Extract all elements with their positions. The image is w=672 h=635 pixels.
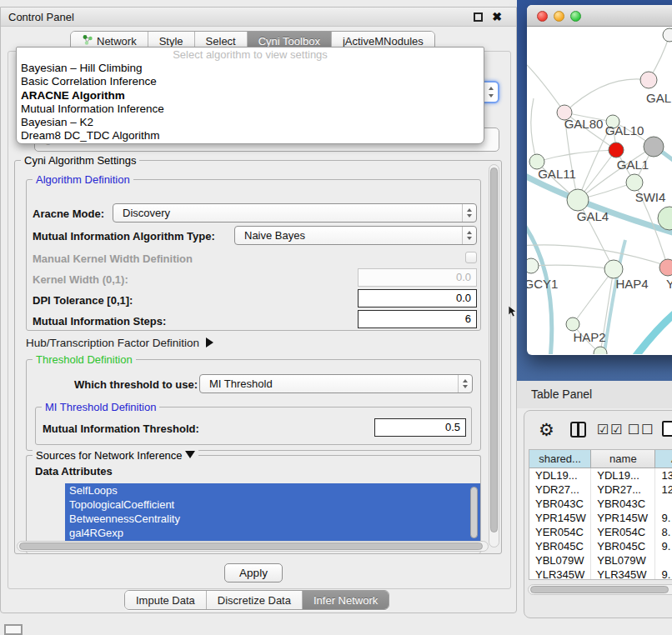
tab-infer-network[interactable]: Infer Network — [303, 591, 389, 609]
mi-type-label: Mutual Information Algorithm Type: — [33, 230, 215, 242]
network-window-titlebar[interactable] — [527, 5, 672, 27]
tab-discretize-data[interactable]: Discretize Data — [207, 591, 303, 609]
attribute-item-betweennesscentrality[interactable]: BetweennessCentrality — [65, 512, 480, 526]
which-threshold-label: Which threshold to use: — [74, 378, 198, 391]
table-cell: YPR145W — [529, 511, 591, 525]
dropdown-option-bayesian-hill-climbing[interactable]: Bayesian – Hill Climbing — [17, 62, 484, 75]
gear-icon[interactable]: ⚙ — [539, 420, 554, 440]
dropdown-option-mutual-information-inference[interactable]: Mutual Information Inference — [17, 102, 484, 116]
table-cell: YLR345W — [529, 568, 591, 580]
table-row[interactable]: YBR045CYBR045C9. — [529, 539, 672, 553]
table-row[interactable]: YPR145WYPR145W9. — [529, 511, 672, 525]
network-node[interactable] — [663, 28, 672, 42]
table-cell: 12 — [655, 482, 672, 497]
column-header-a[interactable]: A — [655, 450, 672, 468]
zoom-traffic-light-icon[interactable] — [570, 11, 581, 22]
kernel-width-label: Kernel Width (0,1): — [33, 273, 128, 286]
scrollbar-thumb[interactable] — [19, 542, 483, 550]
network-canvas[interactable]: GALGAL80GAL10GAL1GAL11GAL4SWI4GCY1HAP4YH… — [527, 28, 672, 354]
table-row[interactable]: YDL19...YDL19...13 — [529, 468, 672, 482]
table-row[interactable]: YDR27...YDR27...12 — [529, 482, 672, 497]
network-edge — [634, 302, 672, 354]
column-header-name[interactable]: name — [591, 450, 655, 468]
table-cell: 9. — [655, 568, 672, 580]
dropdown-option-dream8-dc-tdc-algorithm[interactable]: Dream8 DC_TDC Algorithm — [17, 129, 484, 142]
mi-threshold-label: Mutual Information Threshold: — [43, 422, 199, 435]
table-row[interactable]: YER054CYER054C8. — [529, 525, 672, 539]
network-node-hap4[interactable] — [604, 260, 623, 278]
node-table: shared...nameA YDL19...YDL19...13YDR27..… — [529, 449, 672, 580]
cyni-algorithm-settings-legend: Cyni Algorithm Settings — [21, 154, 139, 167]
kernel-width-field[interactable]: 0.0 — [358, 268, 477, 287]
float-window-icon[interactable] — [474, 12, 483, 22]
mi-threshold-legend: MI Threshold Definition — [42, 401, 159, 413]
expanded-arrow-icon[interactable] — [185, 451, 195, 458]
settings-horizontal-scrollbar[interactable] — [17, 541, 489, 552]
close-traffic-light-icon[interactable] — [537, 11, 548, 22]
page-icon[interactable] — [662, 421, 672, 437]
tab-label: Select — [206, 35, 236, 48]
split-columns-icon[interactable] — [570, 422, 586, 438]
network-node-label: GAL11 — [538, 167, 576, 181]
network-edge — [531, 98, 537, 162]
network-window[interactable]: GALGAL80GAL10GAL1GAL11GAL4SWI4GCY1HAP4YH… — [527, 5, 672, 355]
network-node-y[interactable] — [659, 259, 672, 276]
network-edge — [527, 173, 672, 236]
mi-algorithm-type-select[interactable]: Naive Bayes — [234, 226, 477, 245]
dpi-tolerance-field[interactable]: 0.0 — [358, 289, 477, 308]
mi-steps-field[interactable]: 6 — [358, 310, 477, 328]
aracne-mode-select[interactable]: Discovery — [113, 203, 477, 222]
minimize-traffic-light-icon[interactable] — [554, 11, 564, 22]
tab-impute-data[interactable]: Impute Data — [125, 591, 207, 609]
mi-threshold-field[interactable]: 0.5 — [374, 418, 466, 437]
network-node-gcy1[interactable] — [527, 258, 539, 273]
network-node-gal4[interactable] — [567, 189, 589, 211]
table-cell: YDR27... — [529, 482, 591, 497]
table-horizontal-scrollbar[interactable] — [528, 584, 672, 595]
algorithm-definition-legend: Algorithm Definition — [33, 173, 133, 186]
mouse-cursor — [509, 306, 519, 318]
tab-label: Infer Network — [313, 594, 378, 607]
dropdown-option-aracne-algorithm[interactable]: ARACNE Algorithm — [17, 89, 484, 102]
table-row[interactable]: YLR345WYLR345W9. — [529, 568, 672, 580]
table-row[interactable]: YBR043CYBR043C — [529, 497, 672, 511]
which-threshold-select[interactable]: MI Threshold — [199, 374, 473, 393]
network-node-gal1[interactable] — [626, 174, 643, 191]
data-attributes-label: Data Attributes — [35, 465, 113, 478]
attribute-item-selfloops[interactable]: SelfLoops — [65, 483, 480, 498]
sources-legend[interactable]: Sources for Network Inference — [33, 449, 198, 462]
dropdown-option-bayesian-k2[interactable]: Bayesian – K2 — [17, 116, 484, 129]
collapsed-arrow-icon[interactable] — [206, 338, 213, 348]
network-node[interactable] — [644, 137, 664, 157]
apply-button[interactable]: Apply — [224, 563, 283, 582]
manual-kernel-checkbox[interactable] — [465, 252, 477, 263]
table-cell — [655, 497, 672, 511]
hub-definition-toggle[interactable]: Hub/Transcription Factor Definition — [26, 337, 213, 349]
table-row[interactable]: YBL079WYBL079W — [529, 553, 672, 568]
close-icon[interactable]: ✖ — [492, 10, 502, 24]
control-panel-titlebar[interactable]: Control Panel ✖ — [1, 8, 516, 27]
attribute-item-gal4rgexp[interactable]: gal4RGexp — [65, 526, 480, 540]
mi-steps-label: Mutual Information Steps: — [33, 315, 166, 328]
network-node-gal[interactable] — [640, 72, 657, 88]
unchecked-pair-icon[interactable]: ☐☐ — [628, 422, 655, 438]
attribute-item-topologicalcoefficient[interactable]: TopologicalCoefficient — [65, 498, 480, 512]
network-node-label: GAL — [646, 91, 671, 105]
algorithm-prompt: Select algorithm to view settings — [17, 48, 484, 62]
checked-pair-icon[interactable]: ☑☑ — [597, 422, 624, 438]
network-edge — [564, 79, 649, 112]
settings-vertical-scrollbar[interactable] — [489, 164, 499, 548]
column-header-shared[interactable]: shared... — [529, 450, 591, 468]
dropdown-option-basic-correlation-inference[interactable]: Basic Correlation Inference — [17, 75, 484, 88]
network-node-label: GAL80 — [564, 117, 604, 131]
tab-label: Cyni Toolbox — [258, 35, 320, 48]
data-attributes-list[interactable]: SelfLoopsTopologicalCoefficientBetweenne… — [65, 483, 480, 547]
table-cell: YBR043C — [591, 497, 655, 511]
network-node[interactable] — [609, 142, 624, 158]
list-scrollbar[interactable] — [470, 487, 478, 538]
network-node-hap2[interactable] — [566, 318, 579, 331]
collapsed-corner-button[interactable] — [4, 624, 23, 635]
scrollbar-thumb[interactable] — [530, 586, 669, 593]
algorithm-option-list: Bayesian – Hill ClimbingBasic Correlatio… — [17, 62, 484, 143]
scrollbar-thumb[interactable] — [490, 168, 498, 532]
